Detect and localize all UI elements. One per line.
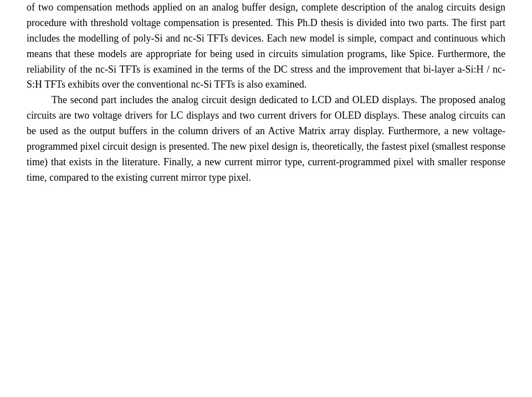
page: of two compensation methods applied on a… [0,0,532,397]
paragraph-2: The second part includes the analog circ… [27,93,505,185]
paragraph-1: of two compensation methods applied on a… [27,0,505,93]
text-block: of two compensation methods applied on a… [27,0,505,186]
